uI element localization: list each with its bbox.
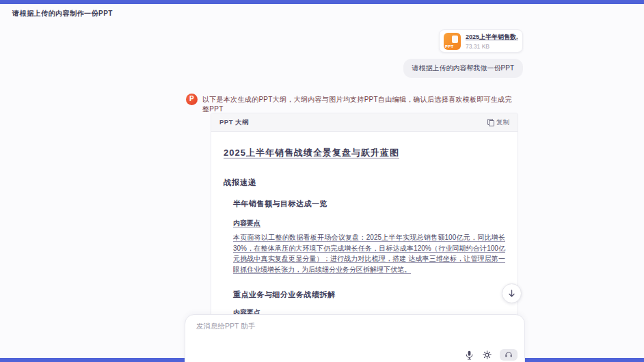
ppt-type-label: PPT	[445, 44, 454, 48]
attachment-card[interactable]: PPT 2025上半年销售数... 73.31 KB	[439, 29, 523, 53]
outline-card-title: PPT 大纲	[219, 118, 249, 127]
outline-subsection-title[interactable]: 重点业务与细分业务战绩拆解	[233, 290, 505, 300]
assistant-avatar	[186, 94, 198, 105]
conversation-title: 请根据上传的内容制作一份PPT	[12, 9, 113, 18]
document-glyph	[452, 36, 458, 43]
attachment-name[interactable]: 2025上半年销售数...	[466, 33, 518, 42]
composer-toolbar	[464, 349, 518, 361]
points-label: 内容要点	[233, 219, 260, 228]
outline-subsection-title[interactable]: 半年销售额与目标达成一览	[233, 199, 505, 209]
points-body[interactable]: 本页面将以工整的数据看板开场会议复盘：2025上半年实现总销售额100亿元，同比…	[233, 232, 505, 275]
arrow-down-icon	[508, 290, 515, 298]
voice-call-button[interactable]	[500, 349, 518, 361]
ppt-file-icon: PPT	[444, 33, 461, 50]
outline-doc-title[interactable]: 2025上半年销售战绩全景复盘与跃升蓝图	[224, 147, 505, 159]
outline-card-header: PPT 大纲 复制	[211, 113, 518, 132]
assistant-intro-text: 以下是本次生成的PPT大纲，大纲内容与图片均支持PPT自由编辑，确认后选择喜欢模…	[202, 95, 518, 114]
ppt-outline-card: PPT 大纲 复制 2025上半年销售战绩全景复盘与跃升蓝图 战报速递 半年销售…	[211, 113, 518, 338]
composer-placeholder[interactable]: 发消息给PPT 助手	[196, 322, 255, 331]
microphone-icon[interactable]	[464, 350, 474, 360]
attachment-size: 73.31 KB	[466, 43, 518, 50]
headset-icon	[505, 351, 513, 359]
chat-page: 请根据上传的内容制作一份PPT PPT 2025上半年销售数... 73.31 …	[0, 0, 644, 362]
settings-gear-icon[interactable]	[482, 350, 492, 360]
message-composer[interactable]: 发消息给PPT 助手	[185, 314, 525, 362]
top-accent-bar	[0, 0, 644, 4]
copy-icon	[487, 119, 494, 126]
user-message-bubble: 请根据上传的内容帮我做一份PPT	[403, 59, 523, 78]
outline-chapter-heading[interactable]: 战报速递	[224, 178, 505, 188]
attachment-meta: 2025上半年销售数... 73.31 KB	[466, 33, 518, 50]
copy-button[interactable]: 复制	[487, 118, 509, 127]
outline-card-body: 2025上半年销售战绩全景复盘与跃升蓝图 战报速递 半年销售额与目标达成一览 内…	[211, 147, 518, 343]
scroll-to-bottom-button[interactable]	[502, 283, 522, 303]
copy-button-label: 复制	[496, 118, 509, 127]
